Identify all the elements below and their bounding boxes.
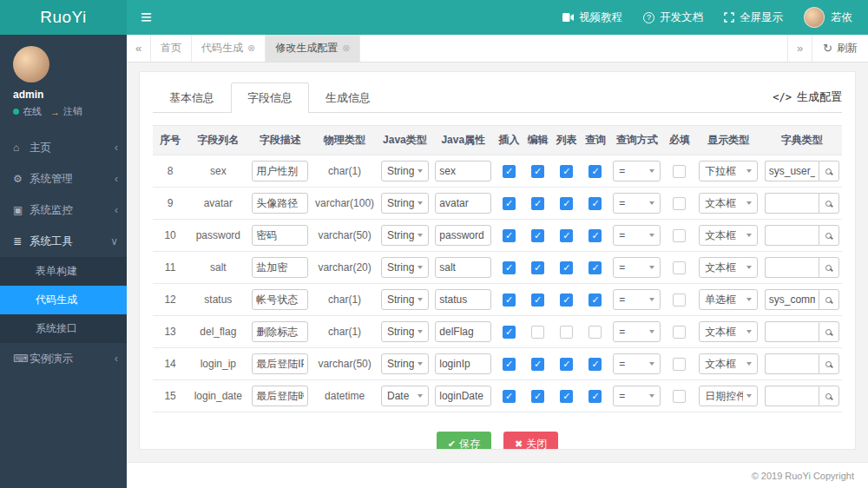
display-type-select[interactable]: 单选框 [699,289,758,310]
close-button[interactable]: ✖ 关闭 [503,432,558,450]
required-checkbox[interactable] [673,326,686,339]
sidebar-item-system-monitor[interactable]: ▣ 系统监控 ‹ [0,195,127,226]
field-desc-input[interactable] [252,193,308,214]
dict-type-input[interactable] [765,193,819,214]
tab-home[interactable]: 首页 [151,35,192,62]
tab-field-info[interactable]: 字段信息 [231,82,309,113]
tab-code-generation[interactable]: 代码生成 ⊗ [192,35,266,62]
list-checkbox[interactable]: ✓ [560,261,573,274]
dict-search-button[interactable] [819,321,839,342]
required-checkbox[interactable] [673,261,686,274]
tab-generation-info[interactable]: 生成信息 [309,82,387,113]
dict-search-button[interactable] [819,225,839,246]
required-checkbox[interactable] [673,390,686,403]
java-type-select[interactable]: String [381,353,429,374]
sidebar-item-home[interactable]: ⌂ 主页 ‹ [0,132,127,163]
edit-checkbox[interactable]: ✓ [531,261,544,274]
insert-checkbox[interactable]: ✓ [503,229,516,242]
edit-checkbox[interactable]: ✓ [531,390,544,403]
query-checkbox[interactable]: ✓ [589,358,602,371]
java-prop-input[interactable] [435,321,491,342]
query-mode-select[interactable]: = [613,193,661,214]
tab-edit-gen-config[interactable]: 修改生成配置 ⊗ [266,35,360,62]
user-avatar[interactable] [13,46,49,82]
java-prop-input[interactable] [435,257,491,278]
sidebar-item-system-tools[interactable]: ≣ 系统工具 ∨ [0,226,127,257]
sidebar-item-code-generation[interactable]: 代码生成 [0,286,127,314]
logout-link[interactable]: 注销 [63,105,82,118]
java-type-select[interactable]: String [381,193,429,214]
query-mode-select[interactable]: = [613,161,661,181]
field-desc-input[interactable] [252,257,308,278]
dict-search-button[interactable] [819,161,839,181]
list-checkbox[interactable]: ✓ [560,293,573,307]
dict-search-button[interactable] [819,193,839,214]
edit-checkbox[interactable] [531,326,544,339]
java-prop-input[interactable] [435,353,491,374]
query-checkbox[interactable]: ✓ [589,165,602,178]
field-desc-input[interactable] [252,386,308,406]
java-prop-input[interactable] [435,289,491,310]
field-desc-input[interactable] [252,289,308,310]
refresh-button[interactable]: ↻ 刷新 [812,35,868,62]
list-checkbox[interactable] [560,326,573,339]
java-type-select[interactable]: String [381,161,429,181]
menu-toggle-icon[interactable]: ≡ [127,0,166,35]
insert-checkbox[interactable]: ✓ [503,326,516,339]
generate-config-button[interactable]: </> 生成配置 [773,89,842,112]
insert-checkbox[interactable]: ✓ [503,197,516,210]
query-checkbox[interactable]: ✓ [589,390,602,403]
required-checkbox[interactable] [673,165,686,178]
query-checkbox[interactable]: ✓ [589,197,602,210]
display-type-select[interactable]: 文本框 [699,225,758,246]
java-prop-input[interactable] [435,386,491,406]
dict-search-button[interactable] [819,386,839,406]
app-logo[interactable]: RuoYi [0,0,127,35]
edit-checkbox[interactable]: ✓ [531,358,544,371]
list-checkbox[interactable]: ✓ [560,165,573,178]
save-button[interactable]: ✔ 保存 [437,432,491,450]
list-checkbox[interactable]: ✓ [560,229,573,242]
sidebar-item-demo[interactable]: ⌨ 实例演示 ‹ [0,343,127,374]
nav-fullscreen[interactable]: 全屏显示 [724,10,783,25]
nav-dev-docs[interactable]: ? 开发文档 [643,10,703,25]
edit-checkbox[interactable]: ✓ [531,197,544,210]
java-prop-input[interactable] [435,161,491,181]
query-mode-select[interactable]: = [613,225,661,246]
query-mode-select[interactable]: = [613,321,661,342]
dict-search-button[interactable] [819,353,839,374]
list-checkbox[interactable]: ✓ [560,197,573,210]
display-type-select[interactable]: 文本框 [699,353,758,374]
insert-checkbox[interactable]: ✓ [503,390,516,403]
sidebar-item-system-mgmt[interactable]: ⚙ 系统管理 ‹ [0,163,127,195]
query-mode-select[interactable]: = [613,386,661,406]
tab-scroll-left-button[interactable]: « [127,35,151,62]
field-desc-input[interactable] [252,161,308,181]
query-checkbox[interactable] [589,326,602,339]
edit-checkbox[interactable]: ✓ [531,293,544,307]
query-mode-select[interactable]: = [613,353,661,374]
dict-type-input[interactable] [765,257,819,278]
required-checkbox[interactable] [673,293,686,307]
field-desc-input[interactable] [252,225,308,246]
java-type-select[interactable]: String [381,257,429,278]
dict-type-input[interactable] [765,225,819,246]
query-mode-select[interactable]: = [613,289,661,310]
insert-checkbox[interactable]: ✓ [503,261,516,274]
field-desc-input[interactable] [252,353,308,374]
display-type-select[interactable]: 文本框 [699,257,758,278]
close-tab-icon[interactable]: ⊗ [247,43,255,54]
tab-basic-info[interactable]: 基本信息 [153,82,231,113]
query-checkbox[interactable]: ✓ [589,229,602,242]
java-type-select[interactable]: String [381,289,429,310]
display-type-select[interactable]: 文本框 [699,321,758,342]
dict-type-input[interactable] [765,321,819,342]
java-prop-input[interactable] [435,193,491,214]
java-type-select[interactable]: String [381,321,429,342]
edit-checkbox[interactable]: ✓ [531,229,544,242]
user-menu[interactable]: 若依 [804,7,852,28]
required-checkbox[interactable] [673,197,686,210]
insert-checkbox[interactable]: ✓ [503,358,516,371]
dict-search-button[interactable] [819,289,839,310]
dict-type-input[interactable] [765,289,819,310]
